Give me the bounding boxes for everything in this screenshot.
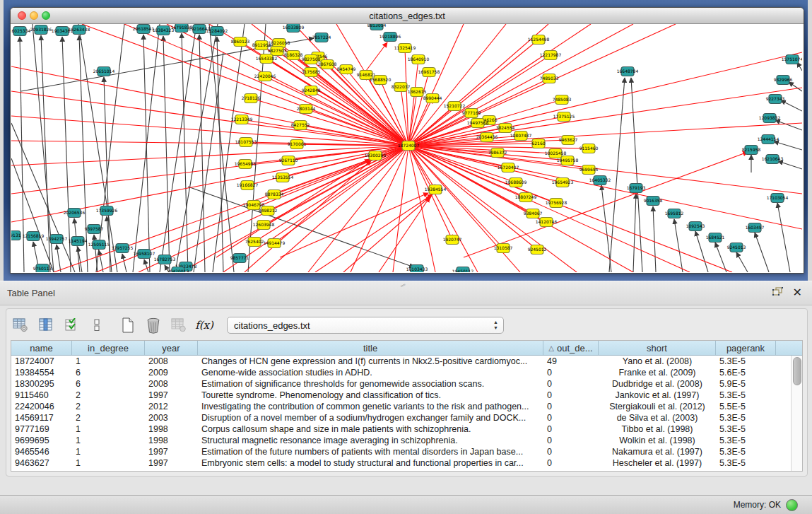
panel-resize-grip-icon[interactable]: ⫽ bbox=[399, 282, 407, 290]
table-row[interactable]: 911546021997Tourette syndrome. Phenomeno… bbox=[11, 390, 791, 401]
graph-node[interactable]: 1310587 bbox=[494, 244, 513, 253]
edge[interactable] bbox=[122, 254, 126, 272]
table-cell[interactable]: 0 bbox=[543, 412, 599, 424]
table-cell[interactable]: de Silva et al. (2003) bbox=[599, 412, 716, 424]
table-cell[interactable]: 2 bbox=[72, 412, 145, 424]
graph-node[interactable]: 1145194 bbox=[69, 237, 88, 246]
graph-node[interactable]: 14120746 bbox=[536, 218, 558, 227]
table-cell[interactable]: Yano et al. (2008) bbox=[599, 356, 716, 367]
citation-network-graph[interactable]: 1872400718300295886012389129541822605898… bbox=[11, 24, 802, 272]
table-cell[interactable]: 5.3E-5 bbox=[716, 446, 776, 457]
graph-node[interactable]: 9115460 bbox=[579, 144, 599, 153]
graph-node[interactable]: 8186328 bbox=[284, 51, 303, 60]
table-cell[interactable]: 0 bbox=[543, 367, 599, 378]
edge[interactable] bbox=[609, 78, 625, 272]
graph-node[interactable]: 16543382 bbox=[256, 54, 278, 64]
graph-node[interactable]: 11325419 bbox=[394, 44, 416, 53]
table-body[interactable]: 1872400712008Changes of HCN gene express… bbox=[11, 356, 791, 471]
table-cell[interactable]: 2 bbox=[72, 401, 145, 412]
edge[interactable] bbox=[774, 141, 802, 150]
column-header-pagerank[interactable]: pagerank bbox=[716, 341, 776, 355]
edge[interactable] bbox=[408, 24, 506, 146]
edge[interactable] bbox=[633, 194, 636, 272]
table-cell[interactable]: 2 bbox=[72, 390, 145, 401]
table-cell[interactable]: 5.6E-5 bbox=[716, 367, 776, 378]
table-row[interactable]: 1938455462009Genome-wide association stu… bbox=[11, 367, 791, 378]
graph-node[interactable]: 16720407 bbox=[498, 163, 519, 173]
table-cell[interactable]: Estimation of the future numbers of pati… bbox=[198, 446, 543, 457]
graph-node[interactable]: 2718126 bbox=[242, 94, 261, 103]
edge[interactable] bbox=[163, 36, 170, 272]
graph-node[interactable]: 11353554 bbox=[272, 173, 294, 182]
column-header-name[interactable]: name bbox=[11, 341, 72, 355]
graph-node[interactable]: 19166827 bbox=[237, 181, 259, 190]
edge[interactable] bbox=[315, 194, 433, 272]
edge[interactable] bbox=[408, 24, 633, 146]
table-settings-icon[interactable] bbox=[12, 317, 29, 334]
column-pair-icon[interactable] bbox=[88, 317, 105, 334]
graph-node[interactable]: 2803144 bbox=[297, 105, 316, 114]
table-cell[interactable]: 5.3E-5 bbox=[716, 356, 776, 367]
table-cell[interactable]: 9115460 bbox=[11, 390, 72, 401]
graph-node[interactable]: 18807249 bbox=[515, 193, 537, 202]
table-cell[interactable]: Franke et al. (2009) bbox=[599, 367, 716, 378]
graph-node[interactable]: 15688520 bbox=[370, 76, 392, 85]
edge[interactable] bbox=[631, 78, 642, 272]
table-row[interactable]: 977716911998Corpus callosum shape and si… bbox=[11, 424, 791, 435]
graph-node[interactable]: 9267110 bbox=[279, 156, 298, 165]
graph-node[interactable]: 18300295 bbox=[365, 151, 387, 160]
graph-node[interactable]: 10688609 bbox=[505, 178, 527, 187]
edge[interactable] bbox=[781, 100, 802, 111]
table-cell[interactable]: 49 bbox=[543, 356, 599, 367]
edge[interactable] bbox=[674, 219, 683, 272]
graph-node[interactable]: 19218896 bbox=[379, 33, 401, 42]
table-cell[interactable]: Jankovic et al. (1997) bbox=[599, 390, 716, 401]
table-cell[interactable]: Tourette syndrome. Phenomenology and cla… bbox=[198, 390, 543, 401]
scrollbar-thumb[interactable] bbox=[793, 357, 801, 385]
graph-node[interactable]: 8215958 bbox=[742, 146, 761, 155]
graph-node[interactable]: 17957255 bbox=[112, 244, 134, 253]
table-panel-titlebar[interactable]: ⫽ Table Panel ✕ bbox=[0, 281, 812, 305]
graph-node[interactable]: 9016358 bbox=[644, 197, 663, 206]
graph-node[interactable]: 16958107 bbox=[134, 250, 155, 259]
edge[interactable] bbox=[144, 259, 148, 272]
table-cell[interactable]: 22420046 bbox=[11, 401, 72, 412]
column-header-year[interactable]: year bbox=[145, 341, 198, 355]
table-cell[interactable]: 0 bbox=[543, 401, 599, 412]
table-cell[interactable]: 0 bbox=[543, 435, 599, 446]
table-cell[interactable]: Structural magnetic resonance image aver… bbox=[198, 435, 543, 446]
table-row[interactable]: 1872400712008Changes of HCN gene express… bbox=[11, 356, 791, 367]
graph-node[interactable]: 16103433 bbox=[406, 265, 428, 273]
graph-node[interactable]: 39131 bbox=[11, 231, 21, 240]
graph-node[interactable]: 7485083 bbox=[553, 95, 572, 105]
edge[interactable] bbox=[408, 52, 802, 146]
graph-node[interactable]: 18640910 bbox=[408, 55, 430, 64]
table-cell[interactable]: 1 bbox=[72, 457, 145, 469]
graph-node[interactable]: 9245013 bbox=[727, 243, 746, 252]
node-table[interactable]: namein_degreeyeartitle△out_de...shortpag… bbox=[11, 340, 803, 472]
graph-node[interactable]: 9463627 bbox=[559, 136, 578, 145]
table-row[interactable]: 969969511998Structural magnetic resonanc… bbox=[11, 435, 791, 446]
edge[interactable] bbox=[11, 66, 408, 146]
edge[interactable] bbox=[789, 82, 802, 91]
graph-node[interactable]: 16025334 bbox=[11, 27, 30, 36]
column-header-short[interactable]: short bbox=[599, 341, 716, 355]
vertical-scrollbar[interactable] bbox=[791, 356, 802, 471]
graph-node[interactable]: 12505115 bbox=[88, 240, 110, 250]
graph-node[interactable]: 9242848 bbox=[302, 86, 321, 95]
table-cell[interactable]: Disruption of a novel member of a sodium… bbox=[198, 412, 543, 424]
table-cell[interactable]: 9777169 bbox=[11, 424, 72, 435]
graph-node[interactable]: 15284092 bbox=[206, 27, 228, 36]
close-panel-icon[interactable]: ✕ bbox=[793, 288, 802, 298]
table-columns-icon[interactable] bbox=[37, 317, 54, 334]
graph-node[interactable]: 8860123 bbox=[231, 37, 250, 47]
graph-node[interactable]: 22420046 bbox=[254, 72, 276, 81]
delete-table-icon[interactable] bbox=[145, 317, 162, 334]
table-cell[interactable]: Embryonic stem cells: a model to study s… bbox=[198, 457, 543, 469]
table-cell[interactable]: 5.3E-5 bbox=[716, 390, 776, 401]
graph-node[interactable]: 1684521 bbox=[706, 233, 725, 243]
graph-node[interactable]: 17359926 bbox=[96, 206, 118, 216]
graph-node[interactable]: 7857224 bbox=[312, 33, 331, 42]
table-cell[interactable]: 9463627 bbox=[11, 457, 72, 469]
graph-node[interactable]: 8990444 bbox=[423, 94, 442, 103]
